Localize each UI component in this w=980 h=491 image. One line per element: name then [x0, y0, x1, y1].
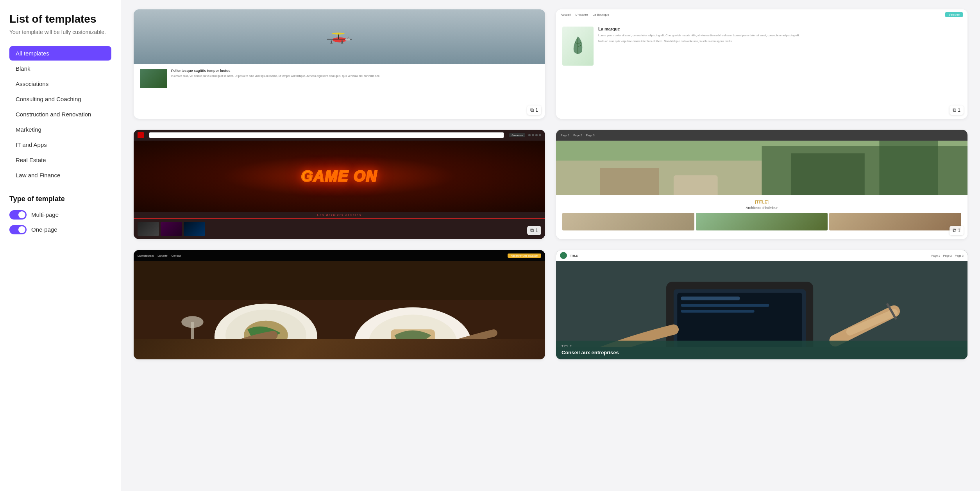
page-count-gaming: ⧉ 1 [527, 226, 541, 235]
template-card-restaurant[interactable]: La restaurant La carte Contact Réserver … [134, 250, 545, 359]
category-list: All templates Blank Associations Consult… [9, 46, 111, 182]
template-card-interior[interactable]: Page 1 Page 2 Page 3 [556, 130, 967, 239]
interior-nav-p3: Page 3 [586, 134, 594, 137]
conseil-label: TITLE [562, 345, 962, 348]
toggle-row-onepage: One-page [9, 225, 111, 234]
gaming-search [149, 132, 504, 138]
card-preview-conseil: TITLE Page 1 Page 2 Page 3 [556, 250, 967, 359]
social-dot-4 [539, 134, 541, 136]
conseil-heading: Conseil aux entreprises [562, 350, 962, 355]
boutique-heading: La marque [598, 27, 961, 31]
multipage-toggle[interactable] [9, 210, 27, 220]
game-on-text: GAME ON [301, 168, 378, 185]
conseil-logo [560, 252, 567, 259]
main-content: Pellentesque sagittis tempor luctus In o… [121, 0, 980, 491]
boutique-body: Lorem ipsum dolor sit amet, consectetur … [598, 34, 961, 38]
template-card-boutique[interactable]: Accueil L'histoire La Boutique S'inscrir… [556, 9, 967, 119]
gaming-thumbnails [134, 219, 545, 239]
svg-rect-39 [681, 304, 769, 307]
gaming-logo [138, 132, 144, 138]
boutique-nav-accueil: Accueil [561, 13, 571, 16]
page-title: List of templates [9, 12, 111, 26]
rest-nav-carte: La carte [157, 254, 167, 257]
category-item-it[interactable]: IT and Apps [9, 137, 111, 152]
gaming-thumb-2 [161, 222, 182, 236]
restaurant-nav: La restaurant La carte Contact Réserver … [134, 250, 545, 261]
svg-rect-9 [341, 41, 342, 43]
conseil-nav-p3: Page 3 [955, 254, 964, 257]
conseil-nav-p2: Page 2 [943, 254, 952, 257]
boutique-text-area: La marque Lorem ipsum dolor sit amet, co… [598, 27, 961, 112]
category-item-consulting[interactable]: Consulting and Coaching [9, 92, 111, 106]
conseil-business-svg [556, 261, 967, 347]
category-item-all[interactable]: All templates [9, 46, 111, 61]
type-section: Type of template Multi-page One-page [9, 195, 111, 234]
interior-gallery [562, 213, 961, 230]
boutique-leaf-image [562, 27, 594, 66]
svg-line-6 [347, 37, 349, 39]
boutique-nav-boutique: La Boutique [593, 13, 610, 16]
interior-gallery-3 [829, 213, 961, 230]
svg-rect-40 [681, 310, 755, 313]
conseil-nav-items: Page 1 Page 2 Page 3 [931, 254, 964, 257]
rest-nav-restaurant: La restaurant [138, 254, 154, 257]
onepage-toggle[interactable] [9, 225, 27, 234]
toggle-row-multipage: Multi-page [9, 210, 111, 220]
svg-rect-5 [345, 39, 350, 41]
gaming-social [528, 134, 541, 136]
interior-info: [TITLE] Architecte d'intérieur [556, 195, 967, 235]
svg-rect-20 [791, 153, 865, 195]
page-count-boutique: ⧉ 1 [950, 105, 964, 115]
category-item-marketing[interactable]: Marketing [9, 122, 111, 137]
multipage-label: Multi-page [31, 211, 59, 218]
page-count-interior: ⧉ 1 [950, 226, 964, 235]
conseil-nav-p1: Page 1 [931, 254, 940, 257]
page-count-number: 1 [535, 107, 538, 113]
social-dot-1 [528, 134, 531, 136]
card-content-travel: Pellentesque sagittis tempor luctus In o… [134, 64, 545, 119]
svg-rect-38 [681, 296, 740, 300]
rest-nav-contact: Contact [172, 254, 181, 257]
category-item-realestate[interactable]: Real Estate [9, 153, 111, 167]
svg-rect-8 [330, 43, 333, 44]
interior-title-label: [TITLE] [562, 200, 961, 204]
social-dot-2 [532, 134, 534, 136]
gaming-nav: Connexion [134, 130, 545, 141]
card-preview-interior: Page 1 Page 2 Page 3 [556, 130, 967, 239]
copy-icon-4: ⧉ [953, 227, 956, 234]
card-hero-travel [134, 9, 545, 64]
interior-nav-p2: Page 2 [573, 134, 582, 137]
category-item-associations[interactable]: Associations [9, 77, 111, 91]
template-card-gaming[interactable]: Connexion GAME ON Les derniers articles [134, 130, 545, 239]
rest-nav-btn: Réserver une situation [508, 254, 541, 258]
svg-rect-31 [191, 322, 194, 339]
category-item-construction[interactable]: Construction and Renovation [9, 107, 111, 121]
interior-room-svg [556, 141, 967, 195]
page-count-number-4: 1 [958, 228, 960, 233]
category-item-blank[interactable]: Blank [9, 61, 111, 76]
leaf-icon [570, 34, 586, 58]
conseil-title-nav: TITLE [570, 254, 578, 257]
page-count-number-3: 1 [535, 228, 538, 233]
card-text-body: In ornare eros, vel ornare purus consequ… [140, 74, 539, 78]
card-preview-restaurant: La restaurant La carte Contact Réserver … [134, 250, 545, 359]
toggle-group: Multi-page One-page [9, 210, 111, 234]
svg-rect-10 [341, 43, 343, 44]
interior-gallery-2 [696, 213, 828, 230]
svg-rect-19 [674, 175, 718, 195]
card-thumbnail-forest [140, 69, 167, 88]
svg-rect-18 [600, 168, 659, 195]
category-item-law[interactable]: Law and Finance [9, 168, 111, 182]
copy-icon: ⧉ [530, 107, 534, 113]
boutique-content: La marque Lorem ipsum dolor sit amet, co… [556, 20, 967, 119]
sidebar: List of templates Your template will be … [0, 0, 121, 491]
type-section-title: Type of template [9, 195, 111, 203]
conseil-nav: TITLE Page 1 Page 2 Page 3 [556, 250, 967, 261]
template-card-travel[interactable]: Pellentesque sagittis tempor luctus In o… [134, 9, 545, 119]
interior-subtitle: Architecte d'intérieur [562, 206, 961, 210]
boutique-nav-btn: S'inscrire [945, 12, 963, 17]
gaming-thumb-1 [138, 222, 159, 236]
card-text-title: Pellentesque sagittis tempor luctus [140, 69, 539, 73]
template-card-conseil[interactable]: TITLE Page 1 Page 2 Page 3 [556, 250, 967, 359]
page-subtitle: Your template will be fully customizable… [9, 29, 111, 35]
